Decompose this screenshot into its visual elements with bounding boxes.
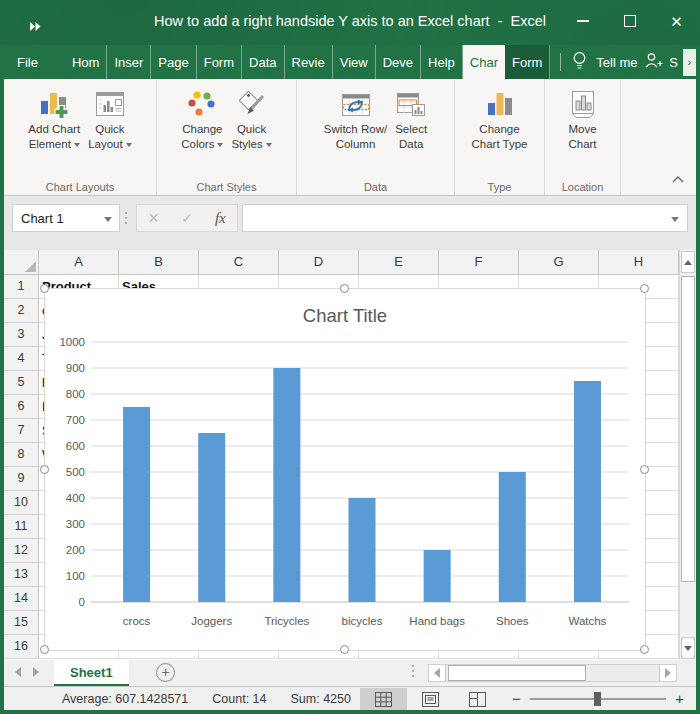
bar-Joggers[interactable] [198,433,225,602]
row-header-12[interactable]: 12 [4,539,39,563]
chart-handle-middle-right[interactable] [640,465,649,474]
chart-handle-top-right[interactable] [640,284,649,293]
ribbon-tabs-slot: FileHomInserPageFormDataRevieViewDeveHel… [4,45,550,79]
maximize-button[interactable] [606,0,653,42]
column-header-E[interactable]: E [359,250,439,275]
ribbon-tab-form-11[interactable]: Form [505,45,550,79]
column-header-B[interactable]: B [119,250,199,275]
name-box-dropdown-icon[interactable] [104,217,112,222]
previous-sheet-icon[interactable] [15,667,21,677]
next-sheet-icon[interactable] [33,667,39,677]
vertical-scroll-thumb[interactable] [681,276,695,582]
name-box[interactable]: Chart 1 [12,204,120,232]
bar-Shoes[interactable] [499,472,526,602]
chart[interactable]: 01002003004005006007008009001000crocsJog… [45,289,645,650]
column-header-D[interactable]: D [279,250,359,275]
zoom-slider-track[interactable] [530,698,666,700]
share-area[interactable]: S › [644,45,696,79]
column-header-A[interactable]: A [39,250,119,275]
ribbon-tab-char-10[interactable]: Char [463,45,505,79]
row-header-15[interactable]: 15 [4,611,39,635]
add-chart-element-button[interactable]: Add Chart Element [25,84,83,178]
scroll-left-button[interactable] [429,665,446,681]
row-header-11[interactable]: 11 [4,515,39,539]
bar-crocs[interactable] [123,407,150,602]
formula-input[interactable] [242,204,688,232]
row-header-5[interactable]: 5 [4,371,39,395]
zoom-in-button[interactable]: + [675,690,684,707]
sheet-tab-sheet1[interactable]: Sheet1 [54,660,129,686]
expand-formula-bar-icon[interactable] [671,217,679,222]
vertical-scrollbar[interactable] [679,250,696,660]
bar-bicycles[interactable] [349,498,376,602]
chart-handle-bottom-right[interactable] [640,645,649,654]
scroll-down-button[interactable] [681,637,695,659]
chart-handle-bottom-left[interactable] [40,645,49,654]
normal-view-button[interactable] [360,688,407,710]
chart-handle-middle-left[interactable] [40,465,49,474]
bar-Tricycles[interactable] [273,368,300,602]
new-sheet-button[interactable]: + [156,663,175,682]
cancel-button[interactable]: ✕ [137,205,170,231]
chart-handle-top-left[interactable] [40,284,49,293]
person-add-icon [644,52,664,72]
zoom-slider-handle[interactable] [594,692,601,706]
horizontal-scroll-track[interactable] [446,665,659,681]
ribbon-tab-page-3[interactable]: Page [151,45,196,79]
quick-layout-button[interactable]: Quick Layout [85,84,135,178]
move-chart-button[interactable]: Move Chart [564,84,602,178]
quick-styles-button[interactable]: Quick Styles [228,84,274,178]
chart-handle-top-center[interactable] [340,284,349,293]
enter-button[interactable]: ✓ [170,205,203,231]
column-header-H[interactable]: H [599,250,679,275]
tell-me[interactable]: Tell me [560,45,637,79]
chart-handle-bottom-center[interactable] [340,645,349,654]
page-layout-view-button[interactable] [407,688,454,710]
zoom-out-button[interactable]: − [512,690,521,707]
column-header-G[interactable]: G [519,250,599,275]
scroll-right-button[interactable] [659,665,676,681]
insert-function-button[interactable]: fx [204,205,237,231]
row-header-13[interactable]: 13 [4,563,39,587]
row-header-16[interactable]: 16 [4,635,39,659]
select-data-button[interactable]: Select Data [392,84,430,178]
y-tick-label: 200 [66,544,85,556]
minimize-button[interactable] [559,0,606,42]
ribbon-tab-hom-1[interactable]: Hom [65,45,107,79]
bar-Watchs[interactable] [574,381,601,602]
row-header-3[interactable]: 3 [4,323,39,347]
dropdown-caret-icon [74,143,80,147]
ribbon-tab-revie-6[interactable]: Revie [285,45,333,79]
ribbon-tab-file-0[interactable]: File [4,45,51,79]
ribbon-tab-deve-8[interactable]: Deve [376,45,421,79]
row-header-4[interactable]: 4 [4,347,39,371]
ribbon-tab-form-4[interactable]: Form [197,45,242,79]
row-header-6[interactable]: 6 [4,395,39,419]
bar-Hand bags[interactable] [424,550,451,602]
ribbon-tab-inser-2[interactable]: Inser [107,45,151,79]
horizontal-scrollbar[interactable] [428,664,677,682]
page-break-preview-button[interactable] [454,688,501,710]
row-header-10[interactable]: 10 [4,491,39,515]
select-all-button[interactable] [4,250,39,275]
horizontal-scroll-thumb[interactable] [448,665,586,681]
row-header-14[interactable]: 14 [4,587,39,611]
ribbon-tab-help-9[interactable]: Help [421,45,463,79]
ribbon-tab-view-7[interactable]: View [333,45,376,79]
row-header-9[interactable]: 9 [4,467,39,491]
ribbon-tab-data-5[interactable]: Data [242,45,284,79]
change-colors-button[interactable]: Change Colors [178,84,226,178]
switch-row-column-button[interactable]: Switch Row/ Column [321,84,390,178]
scroll-up-button[interactable] [681,251,695,273]
row-header-8[interactable]: 8 [4,443,39,467]
ribbon-options-chevron[interactable]: › [683,49,696,76]
collapse-ribbon-button[interactable] [672,169,684,187]
row-header-7[interactable]: 7 [4,419,39,443]
chart-title[interactable]: Chart Title [303,305,387,326]
column-header-F[interactable]: F [439,250,519,275]
column-header-C[interactable]: C [199,250,279,275]
close-button[interactable]: ✕ [653,0,700,42]
row-header-1[interactable]: 1 [4,275,39,299]
change-chart-type-button[interactable]: Change Chart Type [468,84,530,178]
row-header-2[interactable]: 2 [4,299,39,323]
